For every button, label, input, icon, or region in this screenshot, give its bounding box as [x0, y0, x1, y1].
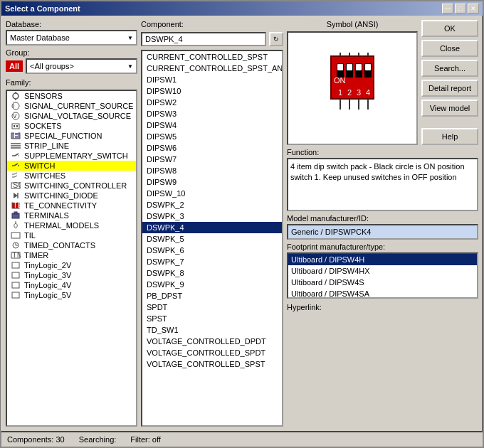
- list-item[interactable]: TIMED_CONTACTS: [7, 240, 136, 250]
- list-item[interactable]: TinyLogic_4V: [7, 280, 136, 290]
- components-count: Components: 30: [7, 435, 65, 444]
- comp-item[interactable]: SPST: [142, 313, 282, 324]
- footprint-item-selected[interactable]: Ultiboard / DIPSW4H: [288, 254, 477, 265]
- switch-list-item[interactable]: SWITCH: [7, 161, 136, 171]
- dropdown-arrow-icon: ▼: [127, 35, 133, 41]
- list-item[interactable]: THERMAL_MODELS: [7, 220, 136, 230]
- comp-item[interactable]: DIPSW8: [142, 165, 282, 176]
- maximize-button[interactable]: □: [455, 4, 466, 14]
- comp-item[interactable]: DSWPK_6: [142, 245, 282, 256]
- sockets-icon: [10, 122, 21, 130]
- comp-item[interactable]: CURRENT_CONTROLLED_SPST: [142, 51, 282, 63]
- comp-item[interactable]: DSWPK_2: [142, 199, 282, 210]
- comp-item[interactable]: DIPSW_10: [142, 188, 282, 199]
- svg-rect-50: [347, 64, 352, 70]
- strip-line-icon: [10, 142, 21, 150]
- symbol-box: ON 1 2 3 4: [287, 31, 418, 145]
- comp-item[interactable]: DIPSW9: [142, 176, 282, 188]
- close-button-main[interactable]: Close: [421, 40, 478, 57]
- comp-item[interactable]: DIPSW2: [142, 97, 282, 108]
- comp-item[interactable]: VOLTAGE_CONTROLLED_SPDT: [142, 347, 282, 358]
- window-title: Select a Component: [5, 4, 80, 13]
- svg-rect-49: [337, 64, 343, 70]
- close-button[interactable]: ✕: [468, 4, 479, 14]
- comp-item-selected[interactable]: DSWPK_4: [142, 222, 282, 233]
- list-item[interactable]: i SIGNAL_CURRENT_SOURCE: [7, 101, 136, 111]
- list-item[interactable]: SWITCHING_DIODE: [7, 191, 136, 201]
- component-search-input[interactable]: [141, 32, 266, 46]
- list-item[interactable]: TMR TIMER: [7, 250, 136, 260]
- list-item[interactable]: TIL: [7, 230, 136, 240]
- svg-text:3: 3: [357, 88, 361, 97]
- svg-text:1: 1: [338, 88, 342, 97]
- comp-item[interactable]: DIPSW10: [142, 85, 282, 97]
- svg-rect-8: [14, 125, 15, 127]
- svg-text:v: v: [13, 112, 17, 119]
- view-model-button[interactable]: View model: [421, 100, 478, 117]
- comp-item[interactable]: CURRENT_CONTROLLED_SPST_ANIMA: [142, 63, 282, 74]
- help-button[interactable]: Help: [421, 128, 478, 145]
- comp-item[interactable]: SPDT: [142, 302, 282, 313]
- search-button[interactable]: Search...: [421, 60, 478, 77]
- comp-item[interactable]: DSWPK_9: [142, 279, 282, 290]
- thermal-models-icon: [10, 221, 21, 230]
- switches-icon: [10, 171, 21, 180]
- list-item[interactable]: TinyLogic_2V: [7, 260, 136, 270]
- svg-text:2: 2: [347, 88, 352, 97]
- title-bar-buttons: — □ ✕: [442, 4, 479, 14]
- svg-marker-27: [14, 193, 18, 198]
- footprint-list[interactable]: Ultiboard / DIPSW4H Ultiboard / DIPSW4HX…: [287, 252, 478, 299]
- family-list[interactable]: SENSORS i SIGNAL_CURRENT_SOURCE v SIGNAL…: [6, 90, 137, 427]
- comp-item[interactable]: PB_DPST: [142, 290, 282, 302]
- searching-status: Searching:: [79, 435, 117, 444]
- comp-item[interactable]: DSWPK_3: [142, 210, 282, 222]
- list-item[interactable]: SUPPLEMENTARY_SWITCH: [7, 151, 136, 161]
- comp-item[interactable]: DIPSW1: [142, 74, 282, 85]
- timed-contacts-icon: [10, 241, 21, 250]
- refresh-button[interactable]: ↻: [269, 32, 283, 46]
- comp-item[interactable]: DIPSW3: [142, 108, 282, 119]
- footprint-item[interactable]: Ultiboard / DIPSW4S: [288, 277, 477, 288]
- svg-rect-51: [356, 64, 362, 70]
- tinylogic2v-icon: [10, 261, 21, 270]
- svg-rect-42: [12, 282, 19, 288]
- comp-item[interactable]: TD_SW1: [142, 324, 282, 336]
- comp-item[interactable]: DIPSW5: [142, 131, 282, 142]
- list-item[interactable]: TERMINALS: [7, 210, 136, 220]
- footprint-label: Footprint manufacturer/type:: [287, 242, 478, 251]
- group-row: All <All groups> ▼: [6, 58, 137, 74]
- footprint-item[interactable]: Ultiboard / DIPSW4SA: [288, 288, 477, 299]
- comp-item[interactable]: VOLTAGE_CONTROLLED_SPST: [142, 358, 282, 370]
- list-item[interactable]: TinyLogic_3V: [7, 270, 136, 280]
- list-item[interactable]: SENSORS: [7, 91, 136, 101]
- component-input-row: ↻: [141, 32, 283, 46]
- model-label: Model manufacturer/ID:: [287, 214, 478, 223]
- database-dropdown[interactable]: Master Database ▼: [6, 30, 137, 46]
- footprint-item[interactable]: Ultiboard / DIPSW4HX: [288, 265, 477, 277]
- list-item[interactable]: SC SWITCHING_CONTROLLER: [7, 181, 136, 191]
- timer-icon: TMR: [10, 251, 21, 260]
- comp-item[interactable]: DIPSW7: [142, 154, 282, 165]
- ok-button[interactable]: OK: [421, 20, 478, 37]
- comp-item[interactable]: DIPSW6: [142, 142, 282, 154]
- list-item[interactable]: TinyLogic_5V: [7, 290, 136, 300]
- svg-text:i: i: [13, 102, 14, 110]
- minimize-button[interactable]: —: [442, 4, 453, 14]
- comp-item[interactable]: DSWPK_7: [142, 256, 282, 267]
- detail-report-button[interactable]: Detail report: [421, 80, 478, 97]
- svg-rect-52: [365, 64, 371, 70]
- list-item[interactable]: STRIP_LINE: [7, 141, 136, 151]
- comp-item[interactable]: DIPSW4: [142, 119, 282, 131]
- list-item[interactable]: SOCKETS: [7, 121, 136, 131]
- main-content: Database: Master Database ▼ Group: All <…: [1, 16, 483, 431]
- list-item[interactable]: v SIGNAL_VOLTAGE_SOURCE: [7, 111, 136, 121]
- comp-item[interactable]: DSWPK_8: [142, 267, 282, 279]
- list-item[interactable]: TE TE_CONNECTIVITY: [7, 201, 136, 210]
- comp-item[interactable]: VOLTAGE_CONTROLLED_DPDT: [142, 336, 282, 347]
- comp-item[interactable]: DSWPK_5: [142, 233, 282, 245]
- list-item[interactable]: SWITCHES: [7, 171, 136, 181]
- component-list[interactable]: CURRENT_CONTROLLED_SPST CURRENT_CONTROLL…: [141, 50, 283, 427]
- all-groups-dropdown[interactable]: <All groups> ▼: [26, 58, 137, 74]
- list-item[interactable]: F SPECIAL_FUNCTION: [7, 131, 136, 141]
- svg-rect-7: [12, 124, 19, 129]
